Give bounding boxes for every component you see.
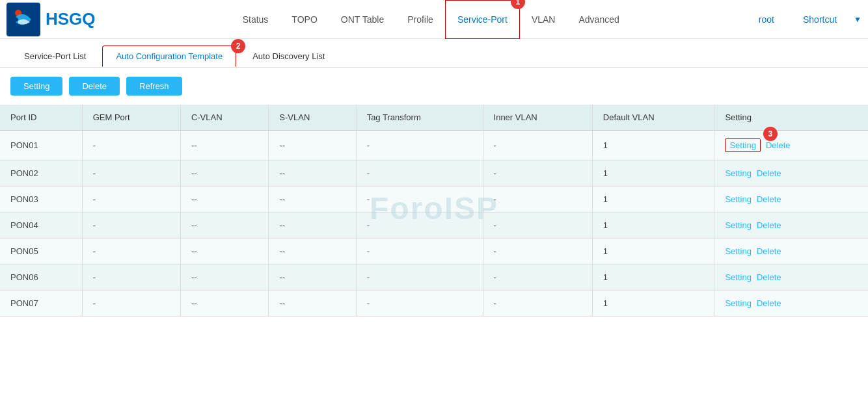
cell-default-vlan: 1: [592, 213, 714, 239]
cell-inner-vlan: -: [483, 265, 592, 291]
col-c-vlan: C-VLAN: [180, 105, 268, 131]
cell-gem-port: -: [82, 291, 180, 317]
col-inner-vlan: Inner VLAN: [483, 105, 592, 131]
cell-gem-port: -: [82, 265, 180, 291]
cell-s-vlan: --: [269, 131, 356, 161]
row-setting-button[interactable]: Setting: [725, 194, 751, 204]
brand-name: HSGQ: [46, 9, 96, 29]
table-row: PON07-------1SettingDelete: [0, 291, 868, 317]
cell-inner-vlan: -: [483, 131, 592, 161]
cell-s-vlan: --: [269, 265, 356, 291]
cell-c-vlan: --: [180, 131, 268, 161]
cell-actions: Setting3Delete: [714, 131, 868, 161]
cell-tag-transform: -: [356, 291, 483, 317]
cell-inner-vlan: -: [483, 291, 592, 317]
nav-right: root Shortcut ▼: [747, 0, 861, 39]
tab-auto-config-wrapper: Auto Configuration Template 2: [102, 46, 239, 67]
row-setting-button[interactable]: Setting: [725, 272, 751, 282]
nav-status[interactable]: Status: [231, 0, 280, 39]
cell-inner-vlan: -: [483, 213, 592, 239]
cell-inner-vlan: -: [483, 161, 592, 187]
cell-actions: SettingDelete: [714, 291, 868, 317]
cell-default-vlan: 1: [592, 131, 714, 161]
cell-port-id: PON03: [0, 187, 82, 213]
nav-root[interactable]: root: [747, 0, 786, 39]
tab-auto-config[interactable]: Auto Configuration Template: [102, 46, 236, 67]
table-row: PON05-------1SettingDelete: [0, 239, 868, 265]
cell-port-id: PON06: [0, 265, 82, 291]
col-tag-transform: Tag Transform: [356, 105, 483, 131]
tabs-bar: Service-Port List Auto Configuration Tem…: [0, 39, 868, 68]
nav-ont-table[interactable]: ONT Table: [329, 0, 396, 39]
cell-default-vlan: 1: [592, 187, 714, 213]
cell-default-vlan: 1: [592, 239, 714, 265]
cell-actions: SettingDelete: [714, 213, 868, 239]
cell-tag-transform: -: [356, 131, 483, 161]
row-setting-button[interactable]: Setting: [725, 220, 751, 230]
cell-actions: SettingDelete: [714, 265, 868, 291]
header: HSGQ Status TOPO ONT Table Profile Servi…: [0, 0, 868, 39]
cell-port-id: PON04: [0, 213, 82, 239]
delete-button[interactable]: Delete: [69, 77, 120, 96]
cell-gem-port: -: [82, 131, 180, 161]
row-delete-button[interactable]: Delete: [757, 220, 781, 230]
logo-svg: [12, 8, 35, 31]
row-delete-button[interactable]: Delete: [766, 140, 791, 150]
cell-s-vlan: --: [269, 187, 356, 213]
row-delete-button[interactable]: Delete: [757, 246, 781, 256]
refresh-button[interactable]: Refresh: [126, 77, 182, 96]
col-default-vlan: Default VLAN: [592, 105, 714, 131]
row-setting-button[interactable]: Setting: [725, 168, 751, 178]
cell-tag-transform: -: [356, 265, 483, 291]
nav-topo[interactable]: TOPO: [280, 0, 329, 39]
cell-gem-port: -: [82, 187, 180, 213]
row-delete-button[interactable]: Delete: [757, 272, 781, 282]
table-row: PON01-------1Setting3Delete: [0, 131, 868, 161]
cell-s-vlan: --: [269, 213, 356, 239]
nav-service-port-wrapper: Service-Port 1: [445, 0, 520, 39]
cell-port-id: PON02: [0, 161, 82, 187]
row-delete-button[interactable]: Delete: [757, 168, 781, 178]
cell-port-id: PON05: [0, 239, 82, 265]
nav-profile[interactable]: Profile: [396, 0, 445, 39]
tab-auto-discovery[interactable]: Auto Discovery List: [239, 46, 338, 67]
nav-shortcut[interactable]: Shortcut: [791, 0, 848, 39]
table-row: PON06-------1SettingDelete: [0, 265, 868, 291]
cell-gem-port: -: [82, 161, 180, 187]
nav-vlan[interactable]: VLAN: [520, 0, 567, 39]
cell-tag-transform: -: [356, 239, 483, 265]
cell-gem-port: -: [82, 239, 180, 265]
cell-default-vlan: 1: [592, 291, 714, 317]
row-delete-button[interactable]: Delete: [757, 298, 781, 308]
col-port-id: Port ID: [0, 105, 82, 131]
row-setting-button[interactable]: Setting: [725, 298, 751, 308]
cell-c-vlan: --: [180, 161, 268, 187]
cell-inner-vlan: -: [483, 187, 592, 213]
cell-tag-transform: -: [356, 187, 483, 213]
cell-c-vlan: --: [180, 213, 268, 239]
setting-button[interactable]: Setting: [10, 77, 62, 96]
badge-3: 3: [763, 127, 778, 141]
main-table: Port ID GEM Port C-VLAN S-VLAN Tag Trans…: [0, 105, 868, 317]
tab-service-port-list[interactable]: Service-Port List: [10, 46, 100, 67]
row-setting-button[interactable]: Setting: [725, 138, 760, 152]
row-delete-button[interactable]: Delete: [757, 194, 781, 204]
nav-service-port[interactable]: Service-Port: [445, 0, 520, 39]
cell-default-vlan: 1: [592, 161, 714, 187]
row-setting-button[interactable]: Setting: [725, 246, 751, 256]
cell-port-id: PON01: [0, 131, 82, 161]
cell-gem-port: -: [82, 213, 180, 239]
cell-c-vlan: --: [180, 239, 268, 265]
nav-advanced[interactable]: Advanced: [567, 0, 631, 39]
col-gem-port: GEM Port: [82, 105, 180, 131]
cell-default-vlan: 1: [592, 265, 714, 291]
main-nav: Status TOPO ONT Table Profile Service-Po…: [115, 0, 747, 39]
col-s-vlan: S-VLAN: [269, 105, 356, 131]
cell-s-vlan: --: [269, 239, 356, 265]
cell-actions: SettingDelete: [714, 161, 868, 187]
cell-c-vlan: --: [180, 291, 268, 317]
cell-actions: SettingDelete: [714, 239, 868, 265]
cell-inner-vlan: -: [483, 239, 592, 265]
cell-port-id: PON07: [0, 291, 82, 317]
shortcut-chevron-icon: ▼: [854, 15, 861, 24]
